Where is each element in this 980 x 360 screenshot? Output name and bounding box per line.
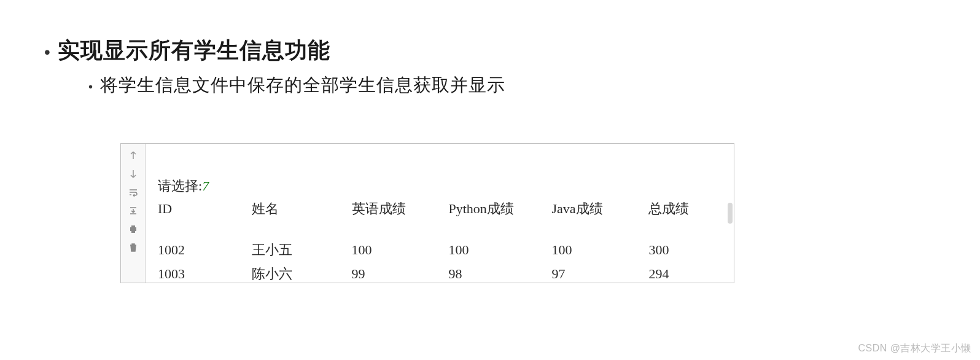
scrollbar-thumb[interactable]	[728, 203, 733, 224]
cell-id: 1002	[158, 237, 252, 261]
table-row: 1003 陈小六 99 98 97 294	[158, 261, 721, 285]
terminal-gutter	[121, 144, 146, 283]
student-table: ID 姓名 英语成绩 Python成绩 Java成绩 总成绩 1002 王小五 …	[158, 198, 721, 285]
bullet-dot-icon: •	[88, 80, 93, 93]
cell-name: 陈小六	[252, 261, 352, 285]
bullet-dot-icon: •	[44, 44, 50, 61]
cell-total: 294	[648, 261, 721, 285]
cell-english: 100	[352, 237, 449, 261]
header-english: 英语成绩	[352, 198, 449, 220]
cell-name: 王小五	[252, 237, 352, 261]
header-python: Python成绩	[448, 198, 551, 220]
arrow-up-icon[interactable]	[128, 150, 139, 161]
terminal-output-panel: 请选择:7 ID 姓名 英语成绩 Python成绩 Java成绩 总成绩 100…	[120, 143, 734, 283]
table-header-row: ID 姓名 英语成绩 Python成绩 Java成绩 总成绩	[158, 198, 721, 220]
cell-python: 100	[448, 237, 551, 261]
print-icon[interactable]	[128, 224, 139, 235]
sub-bullet-item: • 将学生信息文件中保存的全部学生信息获取并显示	[88, 73, 980, 98]
cell-total: 300	[648, 237, 721, 261]
prompt-line: 请选择:7	[158, 177, 721, 195]
header-name: 姓名	[252, 198, 352, 220]
cell-id: 1003	[158, 261, 252, 285]
main-bullet-item: • 实现显示所有学生信息功能	[44, 36, 980, 66]
cell-english: 99	[352, 261, 449, 285]
header-id: ID	[158, 198, 252, 220]
prompt-input-value: 7	[202, 178, 209, 194]
trash-icon[interactable]	[128, 242, 139, 253]
header-total: 总成绩	[648, 198, 721, 220]
prompt-label: 请选择:	[158, 178, 202, 194]
header-java: Java成绩	[552, 198, 649, 220]
cell-python: 98	[448, 261, 551, 285]
arrow-down-icon[interactable]	[128, 168, 139, 179]
sub-heading: 将学生信息文件中保存的全部学生信息获取并显示	[100, 73, 505, 98]
wrap-icon[interactable]	[128, 187, 139, 198]
spacer-row	[158, 220, 721, 237]
watermark-text: CSDN @吉林大学王小懒	[858, 342, 971, 355]
main-heading: 实现显示所有学生信息功能	[58, 36, 330, 66]
document-content: • 实现显示所有学生信息功能 • 将学生信息文件中保存的全部学生信息获取并显示	[0, 0, 980, 283]
cell-java: 97	[552, 261, 649, 285]
cell-java: 100	[552, 237, 649, 261]
scroll-end-icon[interactable]	[128, 205, 139, 216]
terminal-body: 请选择:7 ID 姓名 英语成绩 Python成绩 Java成绩 总成绩 100…	[146, 144, 734, 283]
table-row: 1002 王小五 100 100 100 300	[158, 237, 721, 261]
